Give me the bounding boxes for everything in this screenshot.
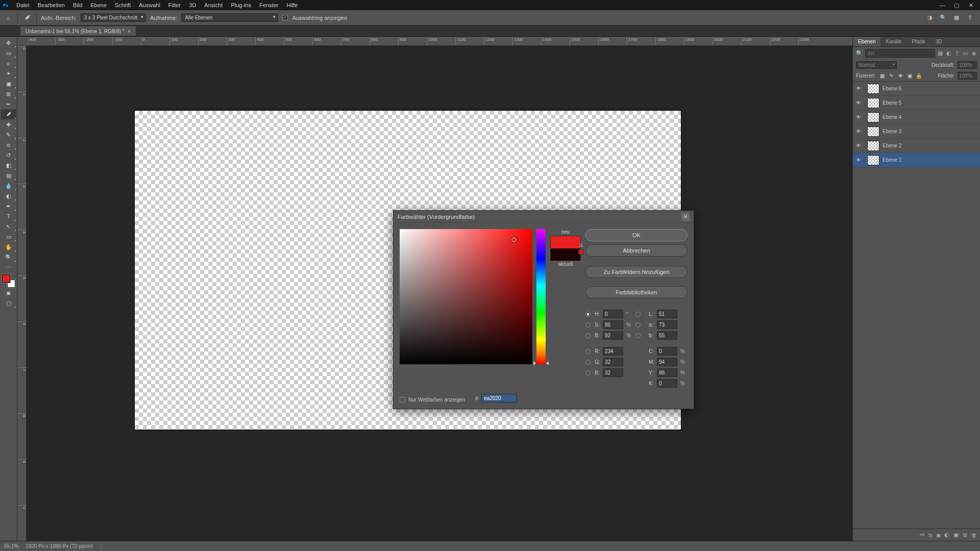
blur-tool[interactable]: 💧 bbox=[1, 181, 16, 191]
input-r[interactable] bbox=[603, 347, 623, 356]
doc-info[interactable]: 1920 Px x 1080 Px (72 ppcm) bbox=[26, 543, 93, 549]
input-h[interactable] bbox=[603, 310, 623, 318]
link-layers-icon[interactable]: ⚯ bbox=[920, 532, 924, 538]
eyedropper-icon[interactable] bbox=[22, 13, 32, 23]
layer-thumbnail[interactable] bbox=[867, 127, 879, 137]
visibility-icon[interactable]: 👁 bbox=[853, 129, 864, 134]
pen-tool[interactable]: ✒ bbox=[1, 201, 16, 211]
gamut-swatch[interactable] bbox=[578, 249, 583, 255]
add-swatch-button[interactable]: Zu Farbfeldern hinzufügen bbox=[585, 266, 688, 278]
gamut-warning-icon[interactable]: ⚠ bbox=[577, 241, 584, 248]
wand-tool[interactable]: ✶ bbox=[1, 68, 16, 79]
radio-a[interactable] bbox=[635, 322, 641, 328]
layer-name[interactable]: Ebene 2 bbox=[883, 143, 901, 148]
radio-b[interactable] bbox=[635, 333, 641, 338]
lock-position-icon[interactable]: ✥ bbox=[897, 72, 904, 80]
heal-tool[interactable]: ✚ bbox=[1, 119, 16, 130]
eyedropper-tool[interactable] bbox=[1, 109, 16, 119]
search-icon[interactable]: 🔍 bbox=[939, 14, 947, 22]
menu-window[interactable]: Fenster bbox=[255, 2, 282, 8]
type-tool[interactable]: T bbox=[1, 211, 16, 221]
fill-input[interactable] bbox=[958, 72, 977, 80]
layer-thumbnail[interactable] bbox=[867, 141, 879, 151]
frame-tool[interactable]: ⊞ bbox=[1, 89, 16, 99]
visibility-icon[interactable]: 👁 bbox=[853, 157, 864, 163]
filter-pixel-icon[interactable]: ▦ bbox=[937, 50, 943, 57]
new-layer-icon[interactable]: ⊞ bbox=[963, 532, 967, 538]
lock-pixels-icon[interactable]: ✎ bbox=[888, 72, 895, 80]
window-close-icon[interactable]: ✕ bbox=[964, 0, 978, 10]
dialog-close-icon[interactable]: ✕ bbox=[681, 213, 690, 221]
web-colors-checkbox[interactable] bbox=[400, 397, 405, 403]
layer-name[interactable]: Ebene 5 bbox=[883, 100, 901, 106]
radio-s[interactable] bbox=[585, 322, 591, 328]
home-icon[interactable]: ⌂ bbox=[3, 13, 13, 23]
crop-tool[interactable]: ▣ bbox=[1, 79, 16, 89]
menu-3d[interactable]: 3D bbox=[185, 2, 200, 8]
input-y[interactable] bbox=[657, 368, 677, 377]
dodge-tool[interactable]: ◐ bbox=[1, 191, 16, 201]
sample-layers-dropdown[interactable]: Alle Ebenen bbox=[181, 13, 278, 22]
input-bc[interactable] bbox=[603, 368, 623, 377]
radio-l[interactable] bbox=[635, 312, 641, 317]
saturation-field[interactable] bbox=[400, 229, 532, 364]
layer-fx-icon[interactable]: fx bbox=[928, 532, 933, 538]
hue-slider[interactable] bbox=[536, 229, 546, 364]
menu-view[interactable]: Ansicht bbox=[200, 2, 227, 8]
stamp-tool[interactable]: ⧈ bbox=[1, 140, 16, 150]
input-a[interactable] bbox=[657, 320, 677, 329]
tab-paths[interactable]: Pfade bbox=[907, 37, 930, 46]
input-s[interactable] bbox=[603, 320, 623, 329]
layer-filter-input[interactable] bbox=[865, 49, 935, 58]
lasso-tool[interactable]: ⌾ bbox=[1, 58, 16, 68]
path-tool[interactable]: ↖ bbox=[1, 221, 16, 232]
layer-name[interactable]: Ebene 4 bbox=[883, 114, 901, 120]
close-icon[interactable]: × bbox=[128, 29, 131, 34]
radio-h[interactable] bbox=[585, 312, 591, 317]
menu-filter[interactable]: Filter bbox=[164, 2, 185, 8]
layer-row[interactable]: 👁Ebene 4 bbox=[853, 110, 980, 124]
show-ring-checkbox[interactable]: ✓ bbox=[282, 15, 288, 20]
current-color-swatch[interactable] bbox=[551, 248, 580, 261]
foreground-color-swatch[interactable] bbox=[2, 274, 10, 283]
menu-type[interactable]: Schrift bbox=[111, 2, 135, 8]
input-c[interactable] bbox=[657, 347, 677, 356]
move-tool[interactable]: ✥ bbox=[1, 38, 16, 48]
eraser-tool[interactable]: ◧ bbox=[1, 160, 16, 170]
lock-all-icon[interactable]: 🔒 bbox=[915, 72, 922, 80]
layer-row[interactable]: 👁Ebene 5 bbox=[853, 96, 980, 110]
zoom-tool[interactable]: 🔍 bbox=[1, 252, 16, 262]
color-swatches[interactable] bbox=[2, 274, 15, 288]
doc-info-menu-icon[interactable]: 〉 bbox=[100, 543, 105, 550]
filter-adjust-icon[interactable]: ◐ bbox=[945, 50, 951, 57]
input-m[interactable] bbox=[657, 358, 677, 366]
zoom-level[interactable]: 55,1% bbox=[4, 543, 18, 549]
tab-layers[interactable]: Ebenen bbox=[853, 37, 880, 46]
document-tab[interactable]: Unbenannt-1 bei 55,1% (Ebene 1, RGB/8) *… bbox=[20, 27, 136, 36]
visibility-icon[interactable]: 👁 bbox=[853, 100, 864, 106]
marquee-tool[interactable]: ▭ bbox=[1, 48, 16, 58]
screenmode-tool[interactable]: ▢ bbox=[1, 298, 16, 308]
filter-smart-icon[interactable]: ◈ bbox=[971, 50, 977, 57]
opacity-input[interactable] bbox=[958, 61, 977, 69]
menu-file[interactable]: Datei bbox=[12, 2, 34, 8]
visibility-icon[interactable]: 👁 bbox=[853, 143, 864, 148]
hand-tool[interactable]: ✋ bbox=[1, 242, 16, 252]
menu-layer[interactable]: Ebene bbox=[86, 2, 111, 8]
delete-layer-icon[interactable]: 🗑 bbox=[971, 532, 977, 538]
layer-row[interactable]: 👁Ebene 6 bbox=[853, 82, 980, 96]
gradient-tool[interactable]: ▤ bbox=[1, 170, 16, 181]
tab-3d[interactable]: 3D bbox=[930, 37, 947, 46]
ruler-vertical[interactable]: 01234567890 bbox=[17, 46, 27, 541]
history-brush-tool[interactable]: ↺ bbox=[1, 150, 16, 160]
layer-row[interactable]: 👁Ebene 2 bbox=[853, 139, 980, 153]
menu-image[interactable]: Bild bbox=[69, 2, 86, 8]
layer-thumbnail[interactable] bbox=[867, 98, 879, 108]
layer-group-icon[interactable]: ▣ bbox=[953, 532, 959, 538]
menu-plugins[interactable]: Plug-ins bbox=[227, 2, 255, 8]
input-b[interactable] bbox=[657, 331, 677, 340]
dialog-titlebar[interactable]: Farbwähler (Vordergrundfarbe) ✕ bbox=[394, 211, 694, 223]
ok-button[interactable]: OK bbox=[585, 229, 688, 241]
layer-name[interactable]: Ebene 1 bbox=[883, 157, 901, 163]
quickmask-tool[interactable]: ◙ bbox=[1, 288, 16, 298]
